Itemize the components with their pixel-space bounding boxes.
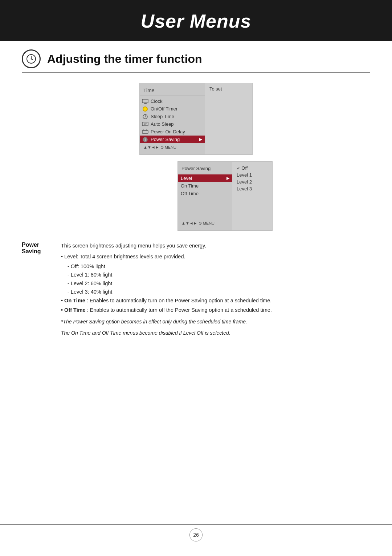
svg-point-7 bbox=[143, 107, 147, 111]
footer-divider bbox=[0, 524, 392, 525]
svg-rect-14 bbox=[142, 130, 148, 133]
power-on-delay-label: Power On Delay bbox=[151, 129, 185, 134]
page-header: User Menus bbox=[0, 0, 392, 41]
off-time-rest: : Enables to automatically turn off the … bbox=[86, 307, 272, 313]
auto-sleep-label: Auto Sleep bbox=[151, 121, 174, 127]
nav-symbols: ▲▼◄► ⊙ MENU bbox=[143, 145, 176, 150]
menu-item-auto-sleep: Auto Sleep bbox=[140, 120, 205, 128]
auto-sleep-icon bbox=[142, 122, 148, 127]
circle-icon bbox=[142, 106, 148, 112]
desc-sub3: - Level 2: 60% light bbox=[68, 279, 272, 287]
power-saving-label: Power Saving bbox=[151, 137, 180, 142]
desc-bullet1: • Level: Total 4 screen brightness level… bbox=[61, 253, 272, 261]
svg-rect-4 bbox=[142, 99, 148, 103]
ps-item-off-time: Off Time bbox=[178, 190, 232, 197]
on-time-rest: : Enables to automatically turn on the P… bbox=[85, 298, 271, 303]
ps-menu-nav: ▲▼◄► ⊙ MENU bbox=[178, 219, 232, 227]
svg-point-3 bbox=[31, 59, 32, 60]
page-footer: 26 bbox=[0, 524, 392, 541]
ps-menu: Power Saving Level ▶ On Time Off Time bbox=[177, 161, 273, 231]
main-content: Time Clock bbox=[0, 83, 392, 340]
section-title: Adjusting the timer function bbox=[47, 52, 202, 66]
ps-nav-symbols: ▲▼◄► ⊙ MENU bbox=[181, 221, 215, 226]
ps-right-level3: Level 3 bbox=[237, 185, 268, 192]
ps-right-level2: Level 2 bbox=[237, 178, 268, 185]
menu-item-power-on-delay: Power On Delay bbox=[140, 128, 205, 136]
time-menu: Time Clock bbox=[139, 83, 253, 155]
description-section: Power Saving This screen brightness adju… bbox=[22, 242, 370, 340]
ps-menu-row: Power Saving Level ▶ On Time Off Time bbox=[22, 161, 370, 231]
time-menu-header: Time bbox=[140, 86, 205, 96]
clock-label: Clock bbox=[151, 98, 163, 104]
ps-menu-right: Off Level 1 Level 2 Level 3 bbox=[232, 162, 272, 230]
desc-sub1: - Off: 100% light bbox=[68, 262, 272, 270]
screen-icon bbox=[142, 99, 148, 104]
desc-bullet2: • On Time : Enables to automatically tur… bbox=[61, 297, 272, 305]
ps-menu-left: Power Saving Level ▶ On Time Off Time bbox=[178, 162, 232, 230]
desc-sub4: - Level 3: 40% light bbox=[68, 288, 272, 296]
svg-text:i: i bbox=[145, 138, 146, 142]
power-delay-shape bbox=[142, 129, 148, 134]
clock-icon bbox=[26, 53, 37, 64]
ps-menu-header: Power Saving bbox=[178, 165, 232, 173]
time-menu-row: Time Clock bbox=[22, 83, 370, 155]
ps-level-label: Level bbox=[181, 176, 192, 181]
menu-item-power-saving: i Power Saving ▶ bbox=[140, 136, 205, 143]
power-delay-icon bbox=[142, 129, 148, 134]
ps-right-off: Off bbox=[237, 165, 268, 172]
ps-item-on-time: On Time bbox=[178, 182, 232, 190]
info-circle-icon: i bbox=[142, 137, 148, 142]
section-icon bbox=[22, 49, 41, 68]
onoff-timer-label: On/Off Timer bbox=[151, 106, 177, 112]
menus-area: Time Clock bbox=[22, 83, 370, 231]
desc-note1: *The Power Saving option becomes in effe… bbox=[61, 318, 272, 326]
time-menu-right: To set bbox=[205, 83, 252, 154]
info-icon: i bbox=[142, 137, 148, 142]
clock-small bbox=[142, 114, 148, 120]
desc-sub2: - Level 1: 80% light bbox=[68, 271, 272, 279]
page-title: User Menus bbox=[141, 11, 252, 32]
desc-bullet3: • Off Time : Enables to automatically tu… bbox=[61, 306, 272, 314]
off-time-bold: • Off Time bbox=[61, 307, 86, 313]
desc-body: This screen brightness adjusting menu he… bbox=[61, 242, 272, 340]
desc-label: Power Saving bbox=[22, 242, 51, 340]
section-divider bbox=[22, 72, 370, 73]
menu-item-clock: Clock bbox=[140, 97, 205, 105]
section-heading-area: Adjusting the timer function bbox=[0, 41, 392, 72]
monitor-icon bbox=[142, 99, 148, 104]
to-set-text: To set bbox=[209, 86, 222, 92]
ps-off-time-label: Off Time bbox=[181, 191, 199, 196]
sleep-time-label: Sleep Time bbox=[151, 114, 174, 119]
onoff-icon bbox=[142, 106, 148, 112]
clock-small-icon bbox=[142, 114, 148, 119]
arrow-icon: ▶ bbox=[199, 137, 202, 142]
on-time-bold: • On Time bbox=[61, 298, 85, 303]
ps-on-time-label: On Time bbox=[181, 183, 199, 189]
page-number: 26 bbox=[189, 528, 203, 541]
time-menu-nav: ▲▼◄► ⊙ MENU bbox=[140, 143, 205, 152]
auto-sleep-shape bbox=[142, 122, 148, 127]
svg-line-10 bbox=[145, 117, 146, 117]
ps-right-level1: Level 1 bbox=[237, 172, 268, 178]
ps-item-level: Level ▶ bbox=[178, 174, 232, 182]
svg-rect-11 bbox=[142, 122, 148, 126]
menu-item-sleep-time: Sleep Time bbox=[140, 113, 205, 120]
power-label-line1: Power bbox=[22, 242, 39, 248]
desc-note2: The On Time and Off Time menus become di… bbox=[61, 329, 272, 337]
time-menu-left: Time Clock bbox=[140, 83, 205, 154]
power-label-line2: Saving bbox=[22, 248, 41, 254]
desc-intro: This screen brightness adjusting menu he… bbox=[61, 242, 272, 250]
menu-item-onoff-timer: On/Off Timer bbox=[140, 105, 205, 113]
ps-level-arrow: ▶ bbox=[226, 176, 229, 181]
